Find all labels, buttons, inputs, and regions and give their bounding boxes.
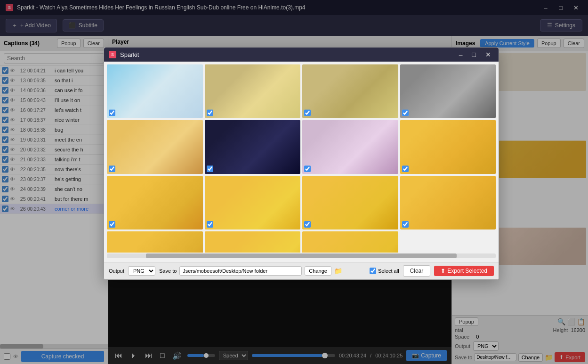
modal-thumbnail-grid [107,64,496,253]
modal-close-button[interactable]: ✕ [483,50,494,59]
modal-change-button[interactable]: Change [305,266,331,276]
modal-title: Sparkit [120,51,452,58]
modal-thumbnail[interactable] [302,120,398,174]
modal-thumb-checkbox[interactable] [109,166,115,172]
modal-thumbnail[interactable] [302,64,398,118]
modal-thumbnail[interactable] [205,231,301,253]
modal-thumbnail[interactable] [205,120,301,174]
modal-thumbnail[interactable] [400,64,496,118]
modal-overlay: S Sparkit – □ ✕ Output PNG Save to Chang… [0,0,588,364]
modal-saveto-row: Save to Change 📁 [159,266,342,276]
modal-thumb-checkbox[interactable] [402,110,409,116]
modal-maximize-button[interactable]: □ [469,50,479,59]
modal-thumb-checkbox[interactable] [109,221,115,228]
sparkit-modal: S Sparkit – □ ✕ Output PNG Save to Chang… [104,47,499,280]
modal-select-all-checkbox[interactable] [370,268,376,274]
modal-export-icon: ⬆ [441,268,445,274]
modal-thumb-checkbox[interactable] [304,110,311,116]
modal-thumb-checkbox[interactable] [304,221,311,228]
modal-thumbnail[interactable] [205,176,301,229]
modal-thumbnail[interactable] [107,231,203,253]
modal-thumb-checkbox[interactable] [402,166,409,172]
modal-scrollbar-x[interactable] [107,253,496,258]
modal-thumb-checkbox[interactable] [109,110,115,116]
modal-title-bar: S Sparkit – □ ✕ [104,47,499,62]
modal-thumbnail[interactable] [107,64,203,118]
modal-thumbnail[interactable] [302,231,398,253]
modal-app-icon: S [109,51,116,58]
modal-thumb-checkbox[interactable] [304,166,311,172]
modal-footer: Output PNG Save to Change 📁 Select all C… [104,262,499,279]
modal-saveto-label: Save to [159,268,177,274]
modal-thumb-checkbox[interactable] [207,110,213,116]
modal-thumb-checkbox[interactable] [207,166,213,172]
modal-folder-icon[interactable]: 📁 [334,267,342,275]
modal-output-label: Output [109,268,124,274]
modal-thumbnail[interactable] [400,120,496,174]
modal-clear-button[interactable]: Clear [403,265,431,277]
modal-thumbnail[interactable] [107,120,203,174]
modal-select-all: Select all [370,268,399,274]
modal-thumbnail[interactable] [107,176,203,229]
modal-thumbnail[interactable] [400,176,496,229]
modal-thumb-checkbox[interactable] [207,221,213,228]
modal-saveto-input[interactable] [179,266,302,276]
modal-thumb-checkbox[interactable] [402,221,409,228]
modal-export-button[interactable]: ⬆ Export Selected [434,266,494,276]
modal-thumbnail[interactable] [302,176,398,229]
modal-output-select[interactable]: PNG [128,266,155,276]
modal-minimize-button[interactable]: – [456,50,466,59]
modal-body [104,62,499,262]
modal-thumbnail[interactable] [205,64,301,118]
